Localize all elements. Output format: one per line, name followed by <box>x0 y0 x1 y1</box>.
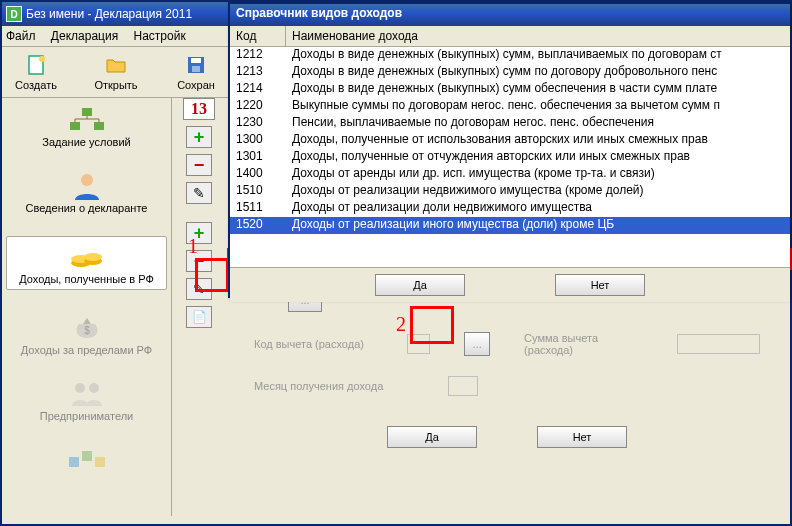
cell-code: 1213 <box>230 64 286 81</box>
open-icon <box>104 53 128 77</box>
cell-code: 1301 <box>230 149 286 166</box>
dialog-cancel-button[interactable]: Нет <box>555 274 645 296</box>
toolbar-create[interactable]: Создать <box>6 53 66 91</box>
svg-rect-6 <box>70 122 80 130</box>
cell-code: 1220 <box>230 98 286 115</box>
minus-icon: − <box>194 155 205 176</box>
cell-code: 1212 <box>230 47 286 64</box>
edit-source-button[interactable]: ✎ <box>186 182 212 204</box>
app-icon: D <box>6 6 22 22</box>
cell-name: Доходы от реализации иного имущества (до… <box>286 217 790 234</box>
save-icon <box>184 53 208 77</box>
copy-income-button[interactable]: 📄 <box>186 306 212 328</box>
cell-code: 1511 <box>230 200 286 217</box>
menu-settings[interactable]: Настройк <box>134 29 186 43</box>
toolbar-save[interactable]: Сохран <box>166 53 226 91</box>
deduction-code-label: Код вычета (расхода) <box>254 338 373 350</box>
cell-code: 1520 <box>230 217 286 234</box>
sidebar-item-label: Сведения о декларанте <box>6 202 167 214</box>
person-icon <box>71 170 103 202</box>
form-cancel-button[interactable]: Нет <box>537 426 627 448</box>
svg-rect-16 <box>69 457 79 467</box>
money-bag-icon: $ <box>71 314 103 342</box>
svg-point-12 <box>84 253 102 261</box>
grid-row[interactable]: 1220Выкупные суммы по договорам негос. п… <box>230 98 790 115</box>
cell-code: 1510 <box>230 183 286 200</box>
cell-code: 1230 <box>230 115 286 132</box>
coins-icon <box>69 243 105 271</box>
cell-name: Доходы, полученные от отчуждения авторск… <box>286 149 790 166</box>
svg-text:$: $ <box>84 325 90 336</box>
grid-row[interactable]: 1510Доходы от реализации недвижимого иму… <box>230 183 790 200</box>
grid-row[interactable]: 1520Доходы от реализации иного имущества… <box>230 217 790 234</box>
col-name[interactable]: Наименование дохода <box>286 26 790 46</box>
plus-icon: + <box>194 127 205 148</box>
month-label: Месяц получения дохода <box>254 380 414 392</box>
svg-rect-18 <box>82 451 92 461</box>
col-code[interactable]: Код <box>230 26 286 46</box>
svg-rect-4 <box>192 66 200 72</box>
deduction-code-lookup-button[interactable]: ... <box>464 332 490 356</box>
edit-income-button[interactable]: ✎ <box>186 278 212 300</box>
menu-declaration[interactable]: Декларация <box>51 29 118 43</box>
grid-row[interactable]: 1511Доходы от реализации доли недвижимог… <box>230 200 790 217</box>
source-number: 13 <box>183 98 215 120</box>
svg-rect-3 <box>191 58 201 63</box>
form-ok-button[interactable]: Да <box>387 426 477 448</box>
window-title: Без имени - Декларация 2011 <box>26 7 192 21</box>
sidebar-item-declarant[interactable]: Сведения о декларанте <box>6 170 167 214</box>
cell-name: Пенсии, выплачиваемые по договорам негос… <box>286 115 790 132</box>
cell-name: Доходы, полученные от использования авто… <box>286 132 790 149</box>
cell-code: 1400 <box>230 166 286 183</box>
annotation-1: 1 <box>188 235 198 258</box>
svg-rect-5 <box>82 108 92 116</box>
svg-point-1 <box>39 56 45 62</box>
copy-icon: 📄 <box>192 310 207 324</box>
people-icon <box>70 380 104 408</box>
dialog-title[interactable]: Справочник видов доходов <box>230 4 790 26</box>
sidebar-item-label: Доходы, полученные в РФ <box>9 273 164 285</box>
deduction-code-input[interactable] <box>407 334 430 354</box>
cell-name: Доходы от реализации доли недвижимого им… <box>286 200 790 217</box>
cell-name: Доходы в виде денежных (выкупных) сумм, … <box>286 47 790 64</box>
new-doc-icon <box>24 53 48 77</box>
sidebar: Задание условий Сведения о декларанте До… <box>2 98 172 516</box>
menu-file[interactable]: Файл <box>6 29 36 43</box>
sidebar-item-conditions[interactable]: Задание условий <box>6 104 167 148</box>
cell-name: Выкупные суммы по договорам негос. пенс.… <box>286 98 790 115</box>
grid-row[interactable]: 1301Доходы, полученные от отчуждения авт… <box>230 149 790 166</box>
income-types-dialog: Справочник видов доходов Код Наименовани… <box>228 2 790 298</box>
grid-row[interactable]: 1212Доходы в виде денежных (выкупных) су… <box>230 47 790 64</box>
grid-row[interactable]: 1213Доходы в виде денежных (выкупных) су… <box>230 64 790 81</box>
deduction-sum-input[interactable] <box>677 334 760 354</box>
svg-point-15 <box>89 383 99 393</box>
bottom-icon <box>67 449 107 471</box>
pencil-icon: ✎ <box>193 281 205 297</box>
svg-rect-17 <box>95 457 105 467</box>
add-source-button[interactable]: + <box>186 126 212 148</box>
sidebar-item-extra[interactable] <box>6 444 167 476</box>
remove-source-button[interactable]: − <box>186 154 212 176</box>
sidebar-item-income-rf[interactable]: Доходы, полученные в РФ <box>6 236 167 290</box>
grid-row[interactable]: 1400Доходы от аренды или др. исп. имущес… <box>230 166 790 183</box>
grid-body[interactable]: 1212Доходы в виде денежных (выкупных) су… <box>230 47 790 267</box>
cell-code: 1214 <box>230 81 286 98</box>
svg-point-8 <box>81 174 93 186</box>
cell-name: Доходы от аренды или др. исп. имущества … <box>286 166 790 183</box>
cell-name: Доходы от реализации недвижимого имущест… <box>286 183 790 200</box>
cell-code: 1300 <box>230 132 286 149</box>
month-input[interactable] <box>448 376 478 396</box>
grid-row[interactable]: 1300Доходы, полученные от использования … <box>230 132 790 149</box>
cell-name: Доходы в виде денежных (выкупных) сумм о… <box>286 81 790 98</box>
sidebar-item-label: Предприниматели <box>6 410 167 422</box>
sidebar-item-entrepreneurs[interactable]: Предприниматели <box>6 378 167 422</box>
sidebar-item-label: Доходы за пределами РФ <box>6 344 167 356</box>
toolbar-open[interactable]: Открыть <box>86 53 146 91</box>
annotation-2: 2 <box>396 313 406 336</box>
grid-row[interactable]: 1214Доходы в виде денежных (выкупных) су… <box>230 81 790 98</box>
dialog-ok-button[interactable]: Да <box>375 274 465 296</box>
grid-row[interactable]: 1230Пенсии, выплачиваемые по договорам н… <box>230 115 790 132</box>
sidebar-item-income-abroad[interactable]: $ Доходы за пределами РФ <box>6 312 167 356</box>
conditions-icon <box>67 106 107 134</box>
deduction-sum-label: Сумма вычета (расхода) <box>524 332 643 356</box>
